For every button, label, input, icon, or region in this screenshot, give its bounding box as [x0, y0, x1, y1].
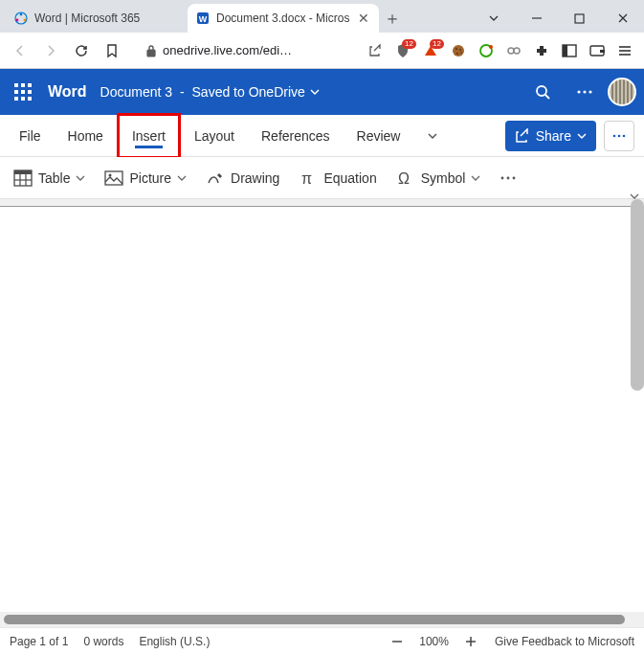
browser-menu-icon[interactable] [611, 37, 638, 64]
zoom-out-button[interactable] [389, 633, 406, 650]
zoom-level[interactable]: 100% [419, 635, 449, 648]
tab-references[interactable]: References [248, 115, 344, 157]
symbol-icon: Ω [396, 169, 415, 188]
zoom-in-button[interactable] [462, 633, 479, 650]
ruler-gap [0, 199, 644, 207]
svg-point-40 [618, 134, 621, 137]
app-header: Word Document 3 - Saved to OneDrive [0, 69, 644, 115]
triangle-ext-icon[interactable]: 12 [417, 37, 444, 64]
svg-point-15 [489, 45, 493, 49]
tab-file[interactable]: File [6, 115, 55, 157]
svg-text:Ω: Ω [398, 170, 410, 187]
badge-count: 12 [430, 39, 444, 49]
tab-home[interactable]: Home [55, 115, 117, 157]
feedback-link[interactable]: Give Feedback to Microsoft [495, 635, 634, 648]
nav-back-button[interactable] [6, 36, 34, 65]
svg-rect-8 [147, 50, 155, 56]
toolbar-symbol-button[interactable]: Ω Symbol [389, 162, 489, 194]
share-page-icon[interactable] [362, 37, 389, 64]
horizontal-scrollbar-track[interactable] [0, 612, 644, 627]
address-bar[interactable]: onedrive.live.com/edi… [142, 43, 296, 57]
svg-rect-27 [28, 83, 32, 87]
drawing-icon [206, 169, 225, 188]
svg-point-48 [109, 173, 112, 176]
svg-rect-21 [600, 50, 605, 53]
tab-layout[interactable]: Layout [181, 115, 248, 157]
language-indicator[interactable]: English (U.S.) [139, 635, 210, 648]
svg-point-3 [24, 19, 27, 22]
new-tab-button[interactable]: ＋ [379, 5, 406, 32]
window-minimize-button[interactable] [515, 4, 558, 33]
svg-line-35 [545, 95, 549, 99]
tab-title: Document 3.docx - Micros [216, 11, 350, 25]
browser-tab[interactable]: Word | Microsoft 365 [6, 4, 188, 33]
share-button[interactable]: Share [505, 121, 596, 151]
ribbon-more-button[interactable] [604, 121, 634, 151]
cookie-ext-icon[interactable] [445, 37, 472, 64]
svg-rect-43 [14, 170, 32, 174]
toolbar-picture-button[interactable]: Picture [97, 162, 194, 194]
svg-rect-33 [28, 97, 32, 101]
browser-tab-strip: Word | Microsoft 365 W Document 3.docx -… [0, 0, 644, 33]
vertical-scrollbar[interactable] [631, 199, 644, 391]
save-state: Saved to OneDrive [192, 84, 305, 100]
reload-button[interactable] [67, 36, 96, 65]
svg-point-38 [588, 90, 591, 93]
svg-point-17 [514, 48, 520, 54]
toolbar-table-button[interactable]: Table [6, 162, 93, 194]
svg-point-2 [16, 19, 19, 22]
document-area[interactable] [0, 199, 644, 612]
svg-rect-26 [21, 83, 25, 87]
toolbar-label: Drawing [231, 170, 279, 186]
nav-forward-button[interactable] [36, 36, 65, 65]
word-count[interactable]: 0 words [83, 635, 123, 648]
svg-text:π: π [301, 170, 312, 187]
user-avatar[interactable] [608, 78, 636, 106]
tab-review[interactable]: Review [344, 115, 414, 157]
svg-point-52 [507, 176, 510, 179]
circle-ext-icon[interactable] [473, 37, 500, 64]
window-close-button[interactable] [601, 4, 644, 33]
share-label: Share [536, 128, 571, 144]
window-maximize-button[interactable] [558, 4, 601, 33]
wallet-icon[interactable] [584, 37, 611, 64]
search-button[interactable] [523, 73, 562, 111]
close-tab-icon[interactable]: ✕ [356, 11, 371, 26]
svg-point-37 [583, 90, 586, 93]
page-indicator[interactable]: Page 1 of 1 [10, 635, 68, 648]
extensions-icon[interactable] [528, 37, 555, 64]
brave-shield-icon[interactable]: 12 [389, 37, 416, 64]
link-ext-icon[interactable] [500, 37, 527, 64]
table-icon [13, 169, 33, 188]
toolbar-drawing-button[interactable]: Drawing [198, 162, 287, 194]
toolbar-label: Picture [129, 170, 171, 186]
tab-insert[interactable]: Insert [122, 118, 176, 154]
svg-text:W: W [199, 14, 208, 24]
document-page[interactable] [0, 207, 644, 620]
svg-rect-7 [575, 14, 584, 23]
toolbar-label: Table [38, 170, 70, 186]
horizontal-scrollbar-thumb[interactable] [4, 615, 625, 624]
svg-point-53 [513, 176, 516, 179]
more-options-button[interactable] [566, 73, 604, 111]
toolbar-equation-button[interactable]: π Equation [291, 162, 384, 194]
toolbar-label: Symbol [421, 170, 466, 186]
svg-rect-19 [563, 45, 567, 56]
sidepanel-icon[interactable] [556, 37, 583, 64]
svg-rect-47 [105, 171, 122, 185]
browser-tab-active[interactable]: W Document 3.docx - Micros ✕ [188, 4, 379, 33]
toolbar-overflow-button[interactable] [492, 162, 524, 194]
insert-toolbar: Table Picture Drawing π Equation Ω Symbo… [0, 157, 644, 199]
svg-rect-29 [21, 90, 25, 94]
app-launcher-button[interactable] [4, 73, 42, 111]
url-text: onedrive.live.com/edi… [163, 43, 292, 57]
document-title-button[interactable]: Document 3 - Saved to OneDrive [100, 84, 321, 100]
svg-point-11 [459, 49, 461, 51]
chevron-down-icon[interactable] [472, 4, 515, 33]
svg-point-9 [453, 45, 464, 56]
equation-icon: π [299, 169, 318, 188]
svg-point-51 [501, 176, 504, 179]
bookmark-button[interactable] [98, 36, 126, 65]
svg-point-41 [623, 134, 626, 137]
more-tabs-button[interactable] [413, 115, 452, 157]
